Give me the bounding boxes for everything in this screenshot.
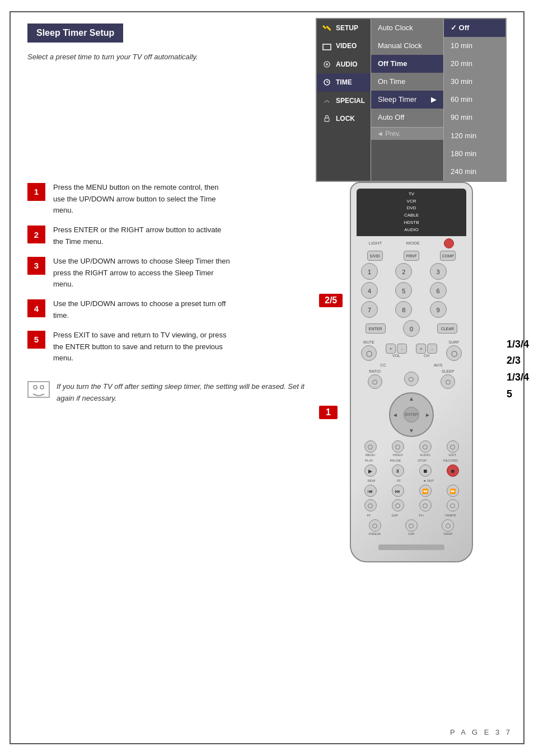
auto-off[interactable]: Auto Off	[371, 109, 443, 126]
dpad-right-arrow[interactable]: ►	[425, 411, 430, 417]
transport-row: PLAY PAUSE STOP RECORD	[357, 459, 466, 462]
off-time[interactable]: Off Time	[371, 55, 443, 73]
menu-button[interactable]: ◯	[364, 440, 377, 453]
rew-button[interactable]: ⏮	[364, 485, 377, 497]
dpad[interactable]: ▲ ▼ ◄ ► ENTER	[389, 392, 434, 437]
btn-8[interactable]: 8	[395, 301, 412, 318]
enter-button[interactable]: ENTER	[366, 323, 386, 334]
ff-button[interactable]: ⏭	[392, 485, 404, 497]
fn3-button[interactable]: ◯	[419, 499, 432, 511]
steps-section: 1 Press the MENU button on the remote co…	[27, 182, 305, 562]
surf-button[interactable]: ◯	[446, 345, 462, 361]
btn-4[interactable]: 4	[361, 282, 378, 299]
auto-clock[interactable]: Auto Clock	[371, 19, 443, 37]
dpad-up-arrow[interactable]: ▲	[409, 396, 414, 402]
audio-button[interactable]: ◯	[419, 440, 432, 453]
gap-label: GAP	[391, 514, 398, 517]
enter-center-button[interactable]: ENTER	[404, 407, 419, 422]
tv-menu: SETUP VIDEO AUDIO TIME	[316, 18, 507, 182]
menu-section: ◯ MENU	[364, 440, 377, 457]
remote-section: 2/5 1 1/3/4 2/3 1/3/4 5 TVVCRDVDCABLEHDS…	[316, 182, 507, 562]
btn-3[interactable]: 3	[430, 263, 447, 280]
clear-button[interactable]: CLEAR	[437, 323, 457, 334]
surf-label: SURF	[448, 340, 459, 344]
dpad-left-arrow[interactable]: ◄	[392, 411, 398, 417]
ratio-button[interactable]: ◯	[368, 374, 382, 389]
exit-button[interactable]: ◯	[447, 440, 459, 453]
dpad-down-arrow[interactable]: ▼	[409, 428, 414, 434]
timer-240[interactable]: 240 min	[444, 163, 505, 181]
menu-lock[interactable]: LOCK	[317, 110, 371, 128]
freeze-label: FREEZE	[369, 532, 381, 536]
menu-time[interactable]: TIME	[317, 73, 371, 91]
menu-label: MENU	[366, 453, 376, 457]
btn-1[interactable]: 1	[361, 263, 378, 280]
stop-button[interactable]: ⏹	[419, 464, 432, 477]
btn-2[interactable]: 2	[395, 263, 412, 280]
menu-setup[interactable]: SETUP	[317, 19, 371, 37]
video-button[interactable]: ◯	[392, 440, 404, 453]
gap2-section: ◯ GAP	[405, 519, 418, 536]
btn-9[interactable]: 9	[430, 301, 447, 318]
fn1-button[interactable]: ◯	[364, 499, 377, 511]
timer-180[interactable]: 180 min	[444, 145, 505, 163]
remote-body: TVVCRDVDCABLEHDSTBAUDIO LIGHT MODE S/VID…	[350, 182, 473, 562]
mute-button[interactable]: ◯	[361, 345, 377, 361]
sleep-button[interactable]: ◯	[441, 374, 455, 389]
pause-button[interactable]: ⏸	[392, 464, 404, 477]
btn-6[interactable]: 6	[430, 282, 447, 299]
ch-down[interactable]: -	[427, 344, 437, 354]
menu-audio[interactable]: AUDIO	[317, 55, 371, 73]
btn-7[interactable]: 7	[361, 301, 378, 318]
comp-button[interactable]: COMP	[440, 251, 456, 261]
step-4-row: 4 Use the UP/DOWN arrows to choose a pre…	[27, 298, 305, 322]
remote-control: 2/5 1 1/3/4 2/3 1/3/4 5 TVVCRDVDCABLEHDS…	[350, 182, 473, 562]
on-time[interactable]: On Time	[371, 73, 443, 91]
svg-rect-1	[323, 44, 331, 50]
gap2-button[interactable]: ◯	[405, 519, 418, 532]
timer-10[interactable]: 10 min	[444, 37, 505, 55]
pause-label: PAUSE	[390, 459, 401, 462]
record-label: RECORD	[443, 459, 458, 462]
menu-special[interactable]: SPECIAL	[317, 92, 371, 110]
timer-120[interactable]: 120 min	[444, 127, 505, 145]
clock-icon	[322, 78, 332, 86]
record-button[interactable]: ⏺	[447, 464, 459, 477]
timer-30[interactable]: 30 min	[444, 73, 505, 91]
btn-5[interactable]: 5	[395, 282, 412, 299]
prev-button[interactable]: ◄ Prev.	[371, 127, 443, 140]
sleep-timer[interactable]: Sleep Timer ▶	[371, 91, 443, 109]
menu-time-options: Auto Clock Manual Clock Off Time On Time…	[371, 19, 444, 181]
svg-rect-7	[325, 118, 329, 121]
manual-clock[interactable]: Manual Clock	[371, 37, 443, 55]
skp2-button[interactable]: ⏩	[447, 485, 459, 497]
swap-button[interactable]: ◯	[442, 519, 454, 532]
timer-90[interactable]: 90 min	[444, 109, 505, 126]
front-button[interactable]: FRNT	[404, 251, 419, 261]
btn-0[interactable]: 0	[403, 320, 420, 337]
vol-up[interactable]: +	[386, 344, 396, 354]
step-1-number: 1	[27, 183, 45, 201]
freeze-button[interactable]: ◯	[369, 519, 381, 532]
power-button[interactable]	[444, 238, 454, 248]
timer-off[interactable]: ✓ Off	[444, 19, 505, 37]
vol-down[interactable]: -	[397, 344, 407, 354]
step-2-text: Press ENTER or the RIGHT arrow button to…	[53, 224, 232, 248]
rew-ff-row: REW FF ◄ SKP	[357, 479, 466, 482]
fn2-button[interactable]: ◯	[392, 499, 404, 511]
right-label-134: 1/3/4	[507, 339, 529, 351]
skp-button[interactable]: ⏪	[419, 485, 432, 497]
fn4-button[interactable]: ◯	[447, 499, 459, 511]
ffplus-label: FF+	[419, 514, 424, 517]
timer-60[interactable]: 60 min	[444, 91, 505, 109]
s-video-button[interactable]: S/VID	[367, 251, 383, 261]
middle-button[interactable]: ◯	[404, 372, 419, 386]
menu-video[interactable]: VIDEO	[317, 37, 371, 55]
ch-up[interactable]: +	[416, 344, 426, 354]
step-2-row: 2 Press ENTER or the RIGHT arrow button …	[27, 224, 305, 248]
ratio-section: RATIO ◯	[368, 369, 382, 389]
timer-20[interactable]: 20 min	[444, 55, 505, 73]
play-button[interactable]: ▶	[364, 464, 377, 477]
remote-input-row: S/VID FRNT COMP	[357, 251, 466, 261]
remote-source-labels: TVVCRDVDCABLEHDSTBAUDIO	[360, 191, 463, 234]
